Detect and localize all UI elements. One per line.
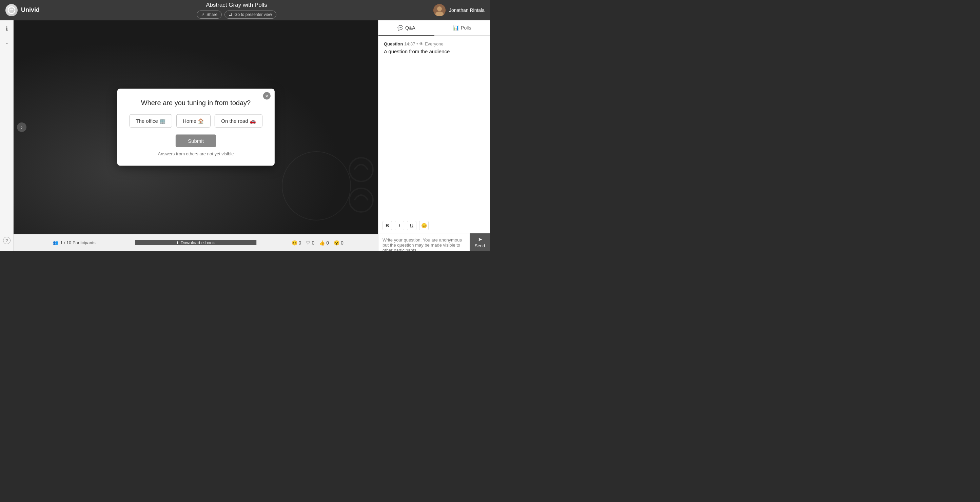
poll-option-office[interactable]: The office 🏢 xyxy=(129,114,172,128)
smile-emoji: 😊 xyxy=(292,240,298,245)
wow-emoji: 😮 xyxy=(334,240,339,245)
main-layout: ℹ ··· ? › ✕ Where are you tuning in from… xyxy=(0,20,490,251)
panel-bottom: B I U 😊 ➤ Send xyxy=(379,218,490,251)
username: Jonathan Rintala xyxy=(449,8,485,13)
svg-point-2 xyxy=(437,6,442,11)
send-label: Send xyxy=(475,243,485,248)
tab-qa[interactable]: 💬 Q&A xyxy=(379,20,434,36)
header-right: Jonathan Rintala xyxy=(433,4,485,16)
tab-polls[interactable]: 📊 Polls xyxy=(434,20,490,35)
polls-label: Polls xyxy=(461,25,471,30)
polls-icon: 📊 xyxy=(453,25,459,30)
bold-button[interactable]: B xyxy=(382,221,392,230)
question-time: 14:37 • xyxy=(404,41,419,46)
video-bottom-bar: 👥 1 / 10 Participants ℹ Download e-book … xyxy=(14,234,378,251)
logo-icon xyxy=(5,4,18,16)
participants-icon: 👥 xyxy=(53,240,58,245)
presenter-icon: ⇄ xyxy=(229,12,232,17)
smile-count: 0 xyxy=(299,240,301,245)
participants-label: 1 / 10 Participants xyxy=(60,240,95,245)
send-icon: ➤ xyxy=(478,236,482,242)
reaction-heart[interactable]: ♡ 0 xyxy=(306,240,314,245)
header-title: Abstract Gray with Polls xyxy=(206,2,267,8)
poll-options: The office 🏢 Home 🏠 On the road 🚗 xyxy=(129,114,262,128)
poll-close-button[interactable]: ✕ xyxy=(263,92,270,100)
share-button[interactable]: ↗ Share xyxy=(197,11,222,19)
svg-point-0 xyxy=(8,7,15,14)
participants-section: 👥 1 / 10 Participants xyxy=(14,240,135,245)
nav-arrow[interactable]: › xyxy=(17,123,27,132)
presenter-view-button[interactable]: ⇄ Go to presenter view xyxy=(224,11,276,19)
poll-option-home[interactable]: Home 🏠 xyxy=(177,114,211,128)
header-buttons: ↗ Share ⇄ Go to presenter view xyxy=(197,11,276,19)
logo-text: Univid xyxy=(21,6,40,14)
question-label: Question xyxy=(384,41,403,46)
thumbsup-count: 0 xyxy=(326,240,329,245)
share-icon: ↗ xyxy=(201,12,204,17)
underline-button[interactable]: U xyxy=(407,221,417,230)
header-center: Abstract Gray with Polls ↗ Share ⇄ Go to… xyxy=(197,2,276,19)
poll-note: Answers from others are not yet visible xyxy=(129,151,262,156)
ebook-section[interactable]: ℹ Download e-book xyxy=(135,240,257,245)
qa-label: Q&A xyxy=(405,25,415,30)
header-left: Univid xyxy=(5,4,40,16)
poll-submit-button[interactable]: Submit xyxy=(176,135,216,147)
panel-content: Question 14:37 • 👁 Everyone A question f… xyxy=(379,36,490,218)
poll-question: Where are you tuning in from today? xyxy=(129,99,262,107)
ebook-label: Download e-book xyxy=(180,240,215,245)
panel-tabs: 💬 Q&A 📊 Polls xyxy=(379,20,490,36)
avatar xyxy=(433,4,445,16)
reaction-thumbs-up[interactable]: 👍 0 xyxy=(319,240,329,245)
thumbsup-emoji: 👍 xyxy=(319,240,325,245)
question-input[interactable] xyxy=(379,234,470,251)
reaction-smile[interactable]: 😊 0 xyxy=(292,240,301,245)
left-sidebar: ℹ ··· ? xyxy=(0,20,14,251)
visibility-icon: 👁 xyxy=(419,41,423,46)
wow-count: 0 xyxy=(341,240,344,245)
reaction-wow[interactable]: 😮 0 xyxy=(334,240,344,245)
question-meta: Question 14:37 • 👁 Everyone xyxy=(384,41,485,46)
video-main: › ✕ Where are you tuning in from today? … xyxy=(14,20,378,234)
format-bar: B I U 😊 xyxy=(379,218,490,233)
video-container: › ✕ Where are you tuning in from today? … xyxy=(14,20,378,251)
heart-count: 0 xyxy=(312,240,314,245)
question-visibility: Everyone xyxy=(425,41,444,46)
italic-button[interactable]: I xyxy=(395,221,404,230)
more-icon[interactable]: ··· xyxy=(3,39,11,48)
emoji-button[interactable]: 😊 xyxy=(419,221,429,230)
qa-icon: 💬 xyxy=(398,25,403,30)
ebook-icon: ℹ xyxy=(177,240,178,245)
question-text: A question from the audience xyxy=(384,48,485,54)
question-input-area: ➤ Send xyxy=(379,233,490,251)
reactions-section: 😊 0 ♡ 0 👍 0 😮 0 xyxy=(257,240,378,245)
header: Univid Abstract Gray with Polls ↗ Share … xyxy=(0,0,490,20)
help-icon[interactable]: ? xyxy=(3,237,11,244)
poll-modal: ✕ Where are you tuning in from today? Th… xyxy=(117,89,274,166)
heart-emoji: ♡ xyxy=(306,240,310,245)
poll-option-road[interactable]: On the road 🚗 xyxy=(215,114,262,128)
send-button[interactable]: ➤ Send xyxy=(470,233,490,251)
right-panel: 💬 Q&A 📊 Polls Question 14:37 • 👁 Everyon… xyxy=(378,20,490,251)
info-icon[interactable]: ℹ xyxy=(3,24,11,33)
